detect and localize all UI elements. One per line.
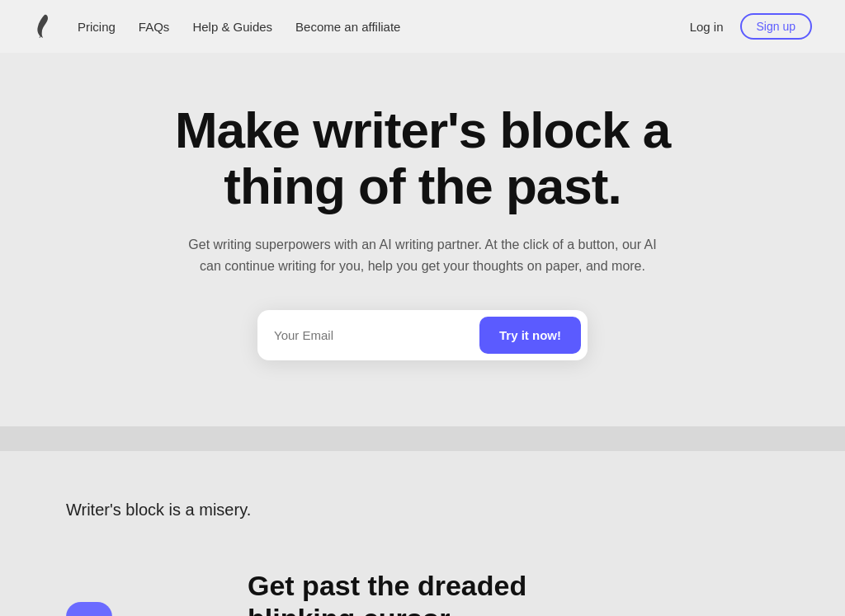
blue-blob-icon: [66, 602, 112, 616]
login-link[interactable]: Log in: [690, 20, 724, 34]
nav-link-help[interactable]: Help & Guides: [192, 20, 272, 34]
writers-block-label: Writer's block is a misery.: [66, 501, 795, 520]
navbar: Pricing FAQs Help & Guides Become an aff…: [0, 0, 845, 53]
hero-subtitle: Get writing superpowers with an AI writi…: [183, 234, 662, 276]
logo-icon: [33, 13, 53, 40]
hero-section: Make writer's block a thing of the past.…: [0, 53, 845, 426]
feature-row: Get past the dreaded blinking cursor. Ju…: [66, 569, 795, 616]
email-cta-form: Try it now!: [257, 310, 588, 360]
nav-link-faqs[interactable]: FAQs: [139, 20, 170, 34]
second-section: Writer's block is a misery. Get past the…: [0, 451, 845, 616]
nav-link-affiliate[interactable]: Become an affiliate: [295, 20, 400, 34]
nav-link-pricing[interactable]: Pricing: [78, 20, 116, 34]
feature-title: Get past the dreaded blinking cursor.: [248, 569, 611, 616]
feature-left: [66, 569, 215, 616]
feature-right: Get past the dreaded blinking cursor. Ju…: [248, 569, 611, 616]
nav-right: Log in Sign up: [690, 13, 812, 40]
section-divider: [0, 426, 845, 451]
hero-title: Make writer's block a thing of the past.: [134, 102, 711, 214]
signup-button[interactable]: Sign up: [740, 13, 812, 40]
logo[interactable]: [33, 13, 53, 40]
try-now-button[interactable]: Try it now!: [479, 317, 581, 354]
email-input[interactable]: [274, 328, 479, 342]
nav-links: Pricing FAQs Help & Guides Become an aff…: [78, 20, 690, 34]
